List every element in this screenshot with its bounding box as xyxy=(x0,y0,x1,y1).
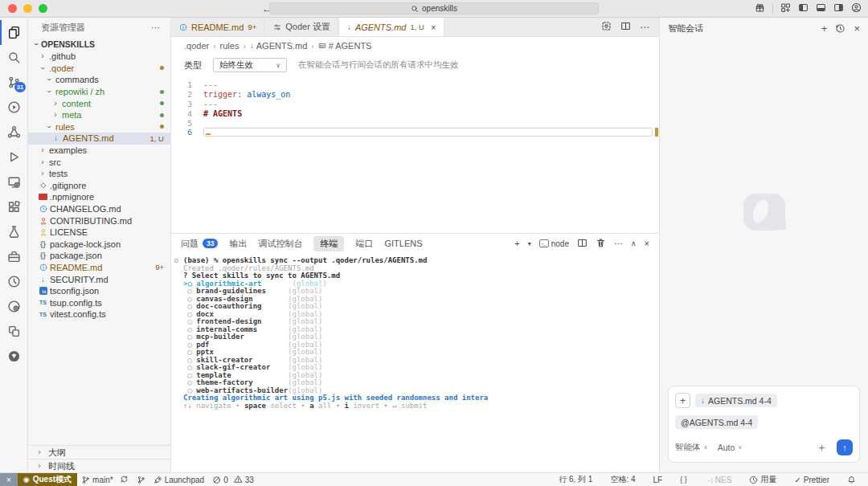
screenshot-editor-icon[interactable] xyxy=(601,20,612,35)
close-chat-icon[interactable]: × xyxy=(854,23,860,34)
nes-button[interactable]: →|NES xyxy=(701,476,736,484)
tree-item-license[interactable]: LICENSE xyxy=(28,227,170,239)
zoom-window-button[interactable] xyxy=(39,4,47,13)
panel-tab-[interactable]: 问题33 xyxy=(181,238,218,250)
tree-item-tsconfig-json[interactable]: tstsconfig.json xyxy=(28,285,170,297)
tree-item-repowiki-zh[interactable]: ›repowiki / zh xyxy=(28,86,170,98)
close-tab-icon[interactable]: × xyxy=(431,22,436,32)
tree-item-meta[interactable]: ›meta xyxy=(28,109,170,121)
breadcrumb-item-qoder[interactable]: .qoder xyxy=(184,41,209,51)
titlebar-layout-button[interactable] xyxy=(780,2,791,16)
activitybar-item-explorer[interactable] xyxy=(0,20,27,45)
panel-tab-[interactable]: 端口 xyxy=(355,238,373,250)
eol-button[interactable]: LF xyxy=(649,476,667,484)
command-center-search[interactable]: openskills xyxy=(269,2,599,14)
close-window-button[interactable] xyxy=(8,4,17,13)
enhance-prompt-icon[interactable] xyxy=(817,443,827,453)
close-panel-icon[interactable]: × xyxy=(645,239,649,248)
tree-item-contributing-md[interactable]: CONTRIBUTING.md xyxy=(28,214,170,227)
usage-button[interactable]: 用量 xyxy=(745,474,780,485)
git-graph-button[interactable] xyxy=(133,473,149,486)
activitybar-item-run[interactable] xyxy=(0,95,27,120)
git-branch-button[interactable]: main* xyxy=(77,473,133,486)
kill-terminal-icon[interactable] xyxy=(596,238,606,250)
tree-item-package-json[interactable]: {}package.json xyxy=(28,250,170,262)
activitybar-item-layers[interactable] xyxy=(0,319,27,344)
tree-item-agents-md[interactable]: ↓AGENTS.md1, U xyxy=(28,133,170,145)
sync-changes-icon[interactable] xyxy=(120,475,129,485)
tree-item-security-md[interactable]: ↓SECURITY.md xyxy=(28,273,170,285)
activitybar-item-history[interactable] xyxy=(0,269,27,294)
terminal-profile-chevron-icon[interactable]: ▾ xyxy=(528,240,531,247)
notifications-bell-icon[interactable] xyxy=(843,476,860,484)
breadcrumb-item-agents[interactable]: # AGENTS xyxy=(318,41,372,51)
new-terminal-icon[interactable]: + xyxy=(514,239,519,248)
remote-indicator[interactable]: × xyxy=(0,473,18,486)
mention-chip[interactable]: @AGENTS.md 4-4 xyxy=(675,415,758,429)
quest-mode-button[interactable]: ◉Quest模式 xyxy=(18,473,77,486)
titlebar-account-button[interactable] xyxy=(851,2,862,16)
sidebar-section-[interactable]: ›大纲 xyxy=(28,445,170,459)
activitybar-item-lab[interactable] xyxy=(0,294,27,319)
tree-item-commands[interactable]: ›commands xyxy=(28,74,170,86)
activitybar-item-toolbox[interactable] xyxy=(0,244,27,269)
rule-type-select[interactable]: 始终生效 ∨ xyxy=(213,58,287,72)
activitybar-item-search[interactable] xyxy=(0,45,27,70)
activitybar-item-extensions[interactable] xyxy=(0,194,27,219)
indentation-button[interactable]: 空格: 4 xyxy=(606,474,639,485)
tree-item-package-lock-json[interactable]: {}package-lock.json xyxy=(28,239,170,251)
tree-item-github[interactable]: ›.github xyxy=(28,51,170,63)
activitybar-item-connections[interactable] xyxy=(0,120,27,145)
tree-item-vitest-config-ts[interactable]: TSvitest.config.ts xyxy=(28,308,170,321)
minimize-window-button[interactable] xyxy=(23,4,32,13)
sidebar-more-actions-icon[interactable]: ⋯ xyxy=(151,22,161,33)
add-context-button[interactable]: + xyxy=(675,393,690,408)
model-select[interactable]: Auto ∨ xyxy=(718,443,743,452)
tree-item-tests[interactable]: ›tests xyxy=(28,168,170,180)
tree-item-examples[interactable]: ›examples xyxy=(28,145,170,157)
tree-item-readme-md[interactable]: README.md9+ xyxy=(28,262,170,274)
panel-tab-[interactable]: 终端 xyxy=(313,236,344,251)
activitybar-item-debug[interactable] xyxy=(0,145,27,169)
editor-tab-agents-md[interactable]: ↓AGENTS.md1, U× xyxy=(339,18,444,36)
editor-tab-readme-md[interactable]: README.md9+ xyxy=(171,18,265,36)
titlebar-panel-bottom-button[interactable] xyxy=(816,2,826,16)
activitybar-item-remote[interactable] xyxy=(0,169,27,194)
send-button[interactable]: ↑ xyxy=(837,439,853,455)
breadcrumb-item-agents-md[interactable]: ↓AGENTS.md xyxy=(250,41,308,51)
tree-item-changelog-md[interactable]: CHANGELOG.md xyxy=(28,203,170,215)
activitybar-item-source-control[interactable]: 31 xyxy=(0,70,27,95)
split-terminal-icon[interactable] xyxy=(577,238,588,250)
language-mode-button[interactable]: { } xyxy=(676,476,691,484)
titlebar-gift-button[interactable] xyxy=(755,2,765,16)
tree-item-qoder[interactable]: ›.qoder xyxy=(28,63,170,75)
panel-tab-[interactable]: 输出 xyxy=(229,238,247,250)
split-editor-icon[interactable] xyxy=(620,20,631,35)
terminal[interactable]: (base) % openskills sync --output .qoder… xyxy=(171,253,659,472)
breadcrumb-item-rules[interactable]: rules xyxy=(220,41,240,51)
activitybar-item-testing[interactable] xyxy=(0,219,27,244)
project-root-row[interactable]: › OPENSKILLS xyxy=(28,37,170,51)
tree-item-npmignore[interactable]: .npmignore xyxy=(28,191,170,203)
tree-item-rules[interactable]: ›rules xyxy=(28,121,170,133)
editor-tab-qoder[interactable]: Qoder 设置 xyxy=(265,18,339,36)
tree-item-src[interactable]: ›src xyxy=(28,156,170,168)
context-chip[interactable]: ↓ AGENTS.md 4-4 xyxy=(695,394,777,407)
new-chat-icon[interactable]: + xyxy=(821,23,828,34)
launchpad-button[interactable]: Launchpad xyxy=(149,473,209,486)
panel-more-actions-icon[interactable]: ⋯ xyxy=(614,239,623,249)
terminal-instance-node[interactable]: ›_node xyxy=(539,239,569,248)
titlebar-panel-right-button[interactable] xyxy=(833,2,844,16)
more-actions-icon[interactable]: ⋯ xyxy=(640,22,649,33)
agent-select[interactable]: 智能体 ∨ xyxy=(675,442,708,453)
tree-item-tsup-config-ts[interactable]: TStsup.config.ts xyxy=(28,296,170,308)
chat-history-icon[interactable] xyxy=(835,23,845,34)
panel-tab-[interactable]: 调试控制台 xyxy=(258,238,302,250)
titlebar-panel-left-button[interactable] xyxy=(798,2,809,16)
activitybar-item-globe[interactable] xyxy=(0,344,27,369)
tree-item-gitignore[interactable]: .gitignore xyxy=(28,180,170,192)
cursor-position-button[interactable]: 行 6, 列 1 xyxy=(555,474,596,485)
prettier-button[interactable]: ✓Prettier xyxy=(790,476,833,484)
problems-status-button[interactable]: 033 xyxy=(208,473,258,486)
maximize-panel-icon[interactable]: ∧ xyxy=(631,239,637,247)
